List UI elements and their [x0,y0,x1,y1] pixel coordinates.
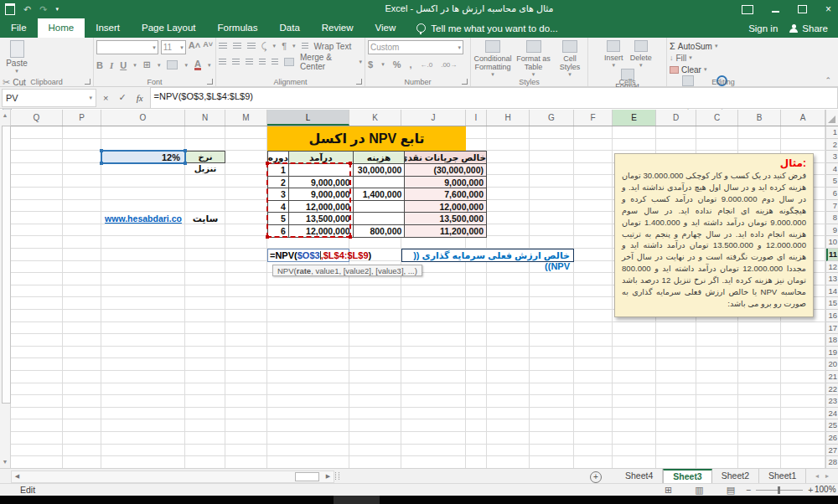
active-cell-formula[interactable]: =NPV($O$3,$L$4:$L$9) [267,249,349,262]
customize-qat-icon[interactable]: ▾ [55,3,59,16]
column-header-K[interactable]: K [349,110,401,126]
format-as-table-button[interactable]: Format as Table▾ [516,40,551,78]
column-header-I[interactable]: I [466,110,487,126]
shrink-font-icon[interactable]: A˅ [203,40,213,54]
discount-rate-cell[interactable]: 12% [101,150,186,164]
alignment-dialog-launcher[interactable] [356,79,362,85]
vertical-scrollbar[interactable]: ▲ ▼ [0,110,11,468]
cancel-entry-icon[interactable]: × [103,93,108,103]
table-header-cell[interactable]: خالص جریانات نقدی [405,152,487,164]
share-button[interactable]: Share [789,23,828,33]
column-header-D[interactable]: D [656,110,696,126]
page-layout-view-icon[interactable]: ▥ [695,484,703,496]
row-header-21[interactable]: 21 [826,371,838,383]
zoom-slider[interactable] [756,490,803,491]
scroll-up-icon[interactable]: ▲ [0,110,10,121]
bold-icon[interactable]: B [96,60,103,70]
zoom-level[interactable]: 100% [815,485,836,494]
name-box[interactable]: PV▾ [2,89,96,107]
column-header-H[interactable]: H [487,110,530,126]
table-header-cell[interactable]: هزینه [354,152,406,164]
font-size-combo[interactable]: 11▾ [161,40,186,54]
align-center-icon[interactable] [232,59,240,65]
site-hyperlink[interactable]: www.hesabdari.co [101,213,185,225]
table-cell[interactable] [354,177,406,189]
row-header-17[interactable]: 17 [826,322,838,335]
row-header-10[interactable]: 10 [826,236,838,249]
row-header-2[interactable]: 2 [826,139,838,152]
tab-page-layout[interactable]: Page Layout [131,18,207,38]
comma-style-icon[interactable]: , [409,59,411,69]
column-header-A[interactable]: A [781,110,825,126]
sheet-tab-sheet4[interactable]: Sheet4 [616,469,663,484]
formula-range-selection[interactable] [266,162,351,238]
scroll-left-icon[interactable]: ◀ [12,471,23,481]
font-dialog-launcher[interactable] [207,79,213,85]
sheet-tab-sheet2[interactable]: Sheet2 [712,469,759,484]
number-dialog-launcher[interactable] [462,79,468,85]
formula-input[interactable]: =NPV($O$3,$L$4:$L$9) [150,87,838,109]
number-format-combo[interactable]: Custom▾ [368,40,463,54]
zoom-in-icon[interactable]: + [808,485,813,495]
column-header-L[interactable]: L [267,110,349,126]
column-header-P[interactable]: P [63,110,101,126]
tab-home[interactable]: Home [38,18,85,38]
tell-me-box[interactable]: Tell me what you want to do... [406,18,568,38]
delete-cells-button[interactable]: Delete▾ [629,40,653,69]
wrap-text-button[interactable]: Wrap Text [314,42,352,51]
table-cell[interactable]: 9,000,000 [405,177,487,189]
row-header-7[interactable]: 7 [826,200,838,213]
autosum-button[interactable]: ΣAutoSum▾ [670,40,717,52]
save-icon[interactable] [5,3,15,15]
normal-view-icon[interactable]: ⊞ [665,484,672,496]
row-header-23[interactable]: 23 [826,395,838,408]
table-cell[interactable]: (30,000,000) [405,164,487,177]
column-header-G[interactable]: G [530,110,574,126]
insert-cells-button[interactable]: Insert▾ [602,40,625,69]
row-header-13[interactable]: 13 [826,273,838,285]
row-header-14[interactable]: 14 [826,285,838,298]
collapse-ribbon-icon[interactable]: ⌃ [825,76,831,85]
enter-entry-icon[interactable]: ✓ [118,92,126,103]
merge-center-button[interactable]: Merge & Center [300,53,353,71]
align-left-icon[interactable] [219,59,226,65]
tab-view[interactable]: View [365,18,407,38]
horizontal-scrollbar[interactable]: ◀ ▶ [11,471,334,483]
scroll-down-icon[interactable]: ▼ [0,456,10,468]
zoom-slider-thumb[interactable] [778,486,780,494]
table-cell[interactable]: 7,600,000 [405,188,487,201]
discount-rate-label[interactable]: نرخ تنزیل [185,151,225,163]
column-header-B[interactable]: B [738,110,781,126]
scroll-right-icon[interactable]: ▶ [323,471,334,481]
row-header-26[interactable]: 26 [826,432,838,445]
fill-color-icon[interactable] [167,60,178,69]
row-header-27[interactable]: 27 [826,445,838,457]
horizontal-scroll-thumb[interactable] [295,472,319,481]
new-sheet-button[interactable]: + [590,471,602,483]
zoom-out-icon[interactable]: − [746,485,751,495]
row-header-16[interactable]: 16 [826,310,838,322]
column-header-Q[interactable]: Q [11,110,63,126]
tab-review[interactable]: Review [311,18,365,38]
insert-function-icon[interactable]: fx [137,93,143,103]
column-header-N[interactable]: N [185,110,225,126]
sheet-nav-arrows[interactable]: ◂▸ [815,472,835,480]
align-right-icon[interactable] [246,59,253,65]
row-header-3[interactable]: 3 [826,151,838,163]
table-cell[interactable] [354,201,406,213]
text-direction-icon[interactable]: ¶ [282,41,287,51]
accounting-format-icon[interactable]: $ [368,59,373,69]
sheet-tab-sheet1[interactable]: Sheet1 [759,469,806,484]
row-header-24[interactable]: 24 [826,408,838,420]
column-header-M[interactable]: M [225,110,267,126]
vertical-scroll-thumb[interactable] [2,126,11,404]
page-break-view-icon[interactable]: ▤ [727,484,735,496]
restore-icon[interactable] [798,5,807,13]
fill-button[interactable]: ↓Fill▾ [670,52,717,64]
align-bottom-icon[interactable] [247,43,256,49]
npv-caption-cell[interactable]: خالص ارزش فعلی سرمایه گذاری (( NPV)) [401,249,574,262]
row-header-5[interactable]: 5 [826,175,838,188]
increase-decimal-icon[interactable]: ←.0 [420,61,432,69]
table-cell[interactable]: 12,000,000 [405,201,487,213]
undo-icon[interactable]: ↶ [23,3,31,16]
